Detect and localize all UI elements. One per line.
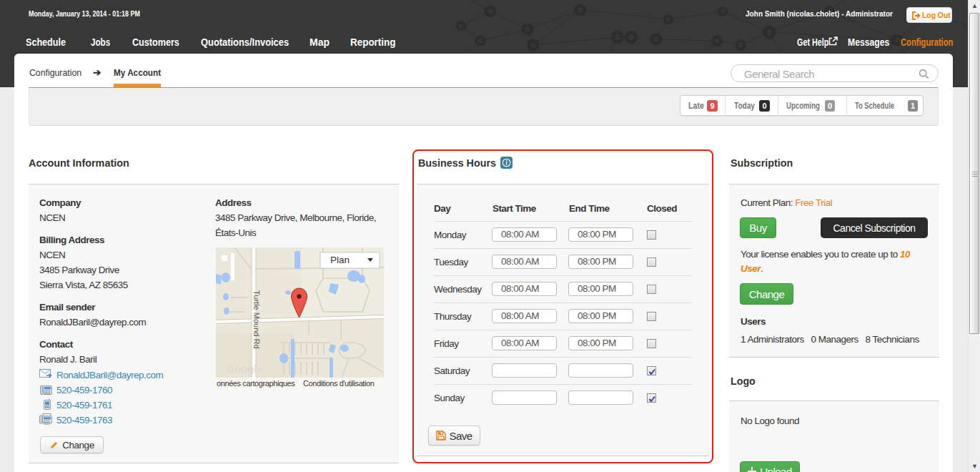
svg-text:Google: Google: [226, 363, 263, 375]
svg-text:Plan: Plan: [330, 255, 350, 265]
svg-text:onnées cartographiques: onnées cartographiques: [217, 379, 295, 388]
svg-text:Turtle Mound Rd: Turtle Mound Rd: [252, 290, 261, 349]
svg-text:Conditions d'utilisation: Conditions d'utilisation: [303, 379, 375, 388]
